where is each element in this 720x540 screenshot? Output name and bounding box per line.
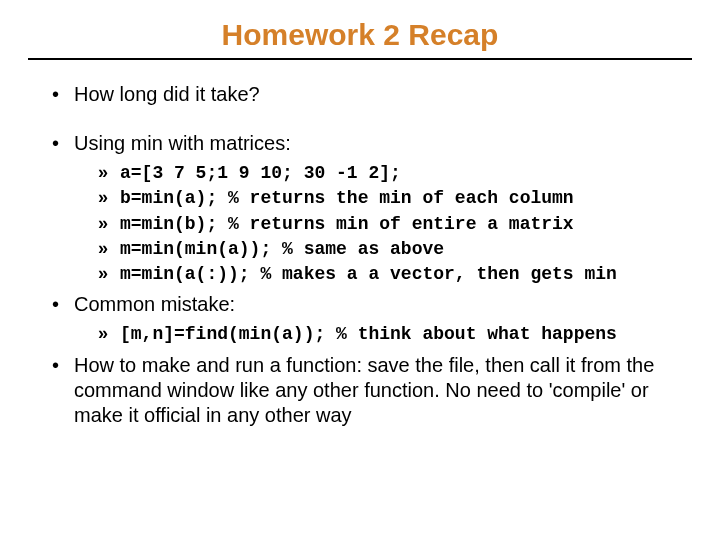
bullet-item: How to make and run a function: save the… bbox=[52, 353, 692, 428]
code-line: a=[3 7 5;1 9 10; 30 -1 2]; bbox=[98, 160, 692, 185]
code-line: m=min(min(a)); % same as above bbox=[98, 236, 692, 261]
code-text: a=[3 7 5;1 9 10; 30 -1 2]; bbox=[120, 163, 401, 183]
bullet-item: Using min with matrices: a=[3 7 5;1 9 10… bbox=[52, 131, 692, 286]
bullet-text: Common mistake: bbox=[74, 293, 235, 315]
code-line: [m,n]=find(min(a)); % think about what h… bbox=[98, 321, 692, 346]
bullet-list: How long did it take? Using min with mat… bbox=[28, 82, 692, 428]
code-text: m=min(min(a)); % same as above bbox=[120, 239, 444, 259]
code-line: b=min(a); % returns the min of each colu… bbox=[98, 185, 692, 210]
code-text: m=min(a(:)); % makes a a vector, then ge… bbox=[120, 264, 617, 284]
bullet-text: Using min with matrices: bbox=[74, 132, 291, 154]
bullet-item: How long did it take? bbox=[52, 82, 692, 107]
code-text: [m,n]=find(min(a)); % think about what h… bbox=[120, 324, 617, 344]
title-divider bbox=[28, 58, 692, 60]
slide-title: Homework 2 Recap bbox=[222, 18, 499, 58]
bullet-text: How to make and run a function: save the… bbox=[74, 354, 654, 426]
sub-bullet-list: [m,n]=find(min(a)); % think about what h… bbox=[74, 321, 692, 346]
sub-bullet-list: a=[3 7 5;1 9 10; 30 -1 2]; b=min(a); % r… bbox=[74, 160, 692, 286]
bullet-item: Common mistake: [m,n]=find(min(a)); % th… bbox=[52, 292, 692, 346]
bullet-text: How long did it take? bbox=[74, 83, 260, 105]
code-text: m=min(b); % returns min of entire a matr… bbox=[120, 214, 574, 234]
code-line: m=min(a(:)); % makes a a vector, then ge… bbox=[98, 261, 692, 286]
code-line: m=min(b); % returns min of entire a matr… bbox=[98, 211, 692, 236]
slide: Homework 2 Recap How long did it take? U… bbox=[0, 0, 720, 540]
title-wrap: Homework 2 Recap bbox=[28, 18, 692, 58]
code-text: b=min(a); % returns the min of each colu… bbox=[120, 188, 574, 208]
